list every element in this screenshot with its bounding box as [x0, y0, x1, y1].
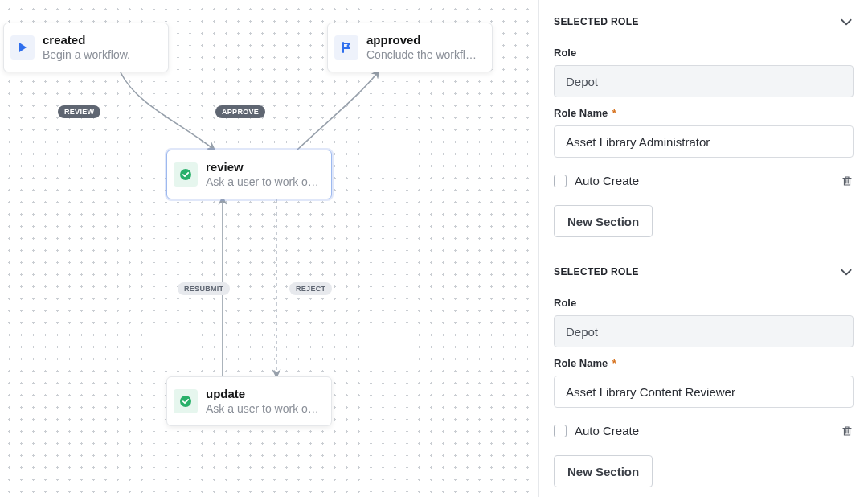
node-created[interactable]: created Begin a workflow. [3, 23, 169, 72]
edge-label-reject[interactable]: REJECT [289, 282, 332, 295]
role-label: Role [554, 297, 854, 309]
new-section-button[interactable]: New Section [554, 455, 653, 487]
edge-label-approve[interactable]: APPROVE [215, 105, 265, 118]
node-subtitle: Ask a user to work o… [206, 401, 319, 416]
node-title: approved [366, 33, 477, 47]
check-circle-icon [174, 162, 198, 187]
edge-label-resubmit[interactable]: RESUBMIT [178, 282, 230, 295]
flag-icon [334, 35, 358, 60]
properties-sidebar[interactable]: SELECTED ROLE Role Role Name * Auto Crea… [538, 0, 868, 497]
role-name-label: Role Name * [554, 357, 854, 369]
role-name-label: Role Name * [554, 107, 854, 119]
node-title: created [43, 33, 130, 47]
node-subtitle: Ask a user to work o… [206, 175, 319, 189]
trash-icon[interactable] [841, 425, 854, 437]
role-input[interactable] [554, 65, 854, 97]
edge-label-review[interactable]: REVIEW [58, 105, 100, 118]
section-title: SELECTED ROLE [554, 266, 639, 277]
node-title: update [206, 387, 319, 401]
node-title: review [206, 160, 319, 175]
chevron-down-icon [839, 265, 854, 279]
selected-role-section: SELECTED ROLE Role Role Name * Auto Crea… [539, 250, 868, 497]
role-input[interactable] [554, 315, 854, 347]
section-header[interactable]: SELECTED ROLE [554, 0, 854, 37]
role-name-input[interactable] [554, 125, 854, 158]
node-update[interactable]: update Ask a user to work o… [166, 376, 332, 426]
selected-role-section: SELECTED ROLE Role Role Name * Auto Crea… [539, 0, 868, 250]
play-icon [10, 35, 35, 60]
node-subtitle: Begin a workflow. [43, 47, 130, 62]
node-approved[interactable]: approved Conclude the workfl… [327, 23, 493, 72]
new-section-button[interactable]: New Section [554, 205, 653, 237]
auto-create-checkbox[interactable] [554, 175, 567, 187]
auto-create-label: Auto Create [575, 424, 639, 437]
auto-create-label: Auto Create [575, 174, 639, 187]
role-label: Role [554, 47, 854, 59]
role-name-input[interactable] [554, 376, 854, 408]
section-header[interactable]: SELECTED ROLE [554, 250, 854, 287]
node-review[interactable]: review Ask a user to work o… [166, 150, 332, 199]
section-title: SELECTED ROLE [554, 16, 639, 27]
auto-create-checkbox[interactable] [554, 425, 567, 437]
check-circle-icon [174, 389, 198, 413]
workflow-canvas[interactable]: created Begin a workflow. approved Concl… [0, 0, 538, 497]
chevron-down-icon [839, 14, 854, 29]
trash-icon[interactable] [841, 175, 854, 187]
node-subtitle: Conclude the workfl… [366, 47, 477, 62]
